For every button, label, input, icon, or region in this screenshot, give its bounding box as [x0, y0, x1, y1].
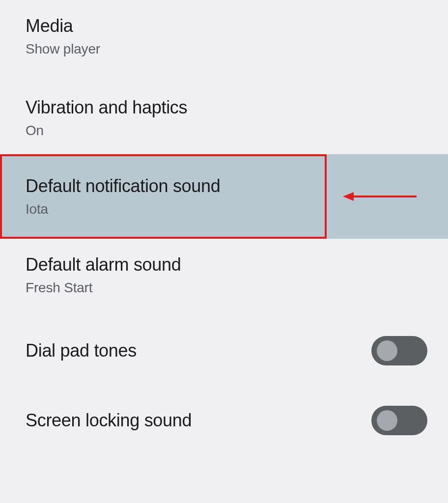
highlighted-item-wrapper: Default notification sound Iota	[0, 154, 448, 239]
item-subtitle: Show player	[26, 41, 100, 57]
settings-item-text: Dial pad tones	[26, 340, 137, 361]
settings-item-text: Screen locking sound	[26, 410, 192, 431]
settings-item-vibration-haptics[interactable]: Vibration and haptics On	[0, 82, 448, 154]
settings-item-media[interactable]: Media Show player	[0, 0, 448, 73]
screen-locking-sound-toggle[interactable]	[371, 406, 427, 435]
settings-item-text: Vibration and haptics On	[26, 97, 187, 139]
toggle-area	[371, 406, 448, 435]
item-subtitle: On	[26, 123, 187, 139]
settings-list: Media Show player Vibration and haptics …	[0, 0, 448, 451]
item-title: Default alarm sound	[26, 254, 181, 275]
toggle-knob	[377, 410, 397, 431]
toggle-area	[371, 336, 448, 365]
settings-item-default-alarm-sound[interactable]: Default alarm sound Fresh Start	[0, 239, 448, 311]
settings-item-screen-locking-sound[interactable]: Screen locking sound	[0, 390, 448, 451]
settings-item-text: Media Show player	[26, 16, 100, 57]
item-title: Media	[26, 16, 100, 36]
item-subtitle: Iota	[26, 201, 220, 217]
settings-item-dial-pad-tones[interactable]: Dial pad tones	[0, 320, 448, 381]
settings-item-text: Default alarm sound Fresh Start	[26, 254, 181, 296]
item-subtitle: Fresh Start	[26, 280, 181, 296]
settings-item-default-notification-sound[interactable]: Default notification sound Iota	[0, 154, 448, 239]
dial-pad-tones-toggle[interactable]	[371, 336, 427, 365]
toggle-knob	[377, 340, 397, 361]
settings-item-text: Default notification sound Iota	[26, 176, 220, 217]
item-title: Screen locking sound	[26, 410, 192, 431]
item-title: Vibration and haptics	[26, 97, 187, 118]
item-title: Default notification sound	[26, 176, 220, 196]
item-title: Dial pad tones	[26, 340, 137, 361]
